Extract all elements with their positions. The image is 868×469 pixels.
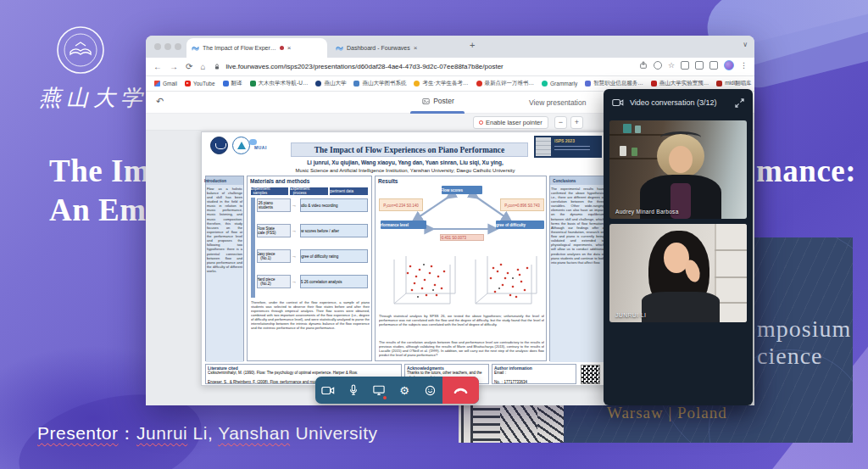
stat-box-left: P₁corr=0.234 S0.140 P₂corr=0.987 S0.001 (379, 198, 423, 211)
laser-pointer-icon (479, 120, 483, 125)
conclusions-text: The experimental results have confirmed … (551, 187, 604, 265)
isps-banner-title: ISPS 2023 (554, 138, 600, 143)
browser-tab-active[interactable]: The Impact of Flow Exper… × (186, 38, 327, 58)
bookmark-label: YouTube (193, 81, 215, 87)
chat-button[interactable] (417, 377, 442, 404)
screen: mposium cience Warsaw | Poland 燕山大学 The … (0, 0, 868, 469)
yanshan-university-logo (210, 137, 228, 154)
leave-call-button[interactable] (442, 377, 479, 404)
bookmark-item[interactable]: 大木虫学术导航-U… (250, 80, 309, 87)
share-icon[interactable] (639, 61, 648, 70)
introduction-title: Introduction (202, 178, 230, 182)
video-panel-header: Video conversation (3/12) (604, 89, 753, 116)
conclusions-title: Conclusions (543, 178, 585, 182)
section-introduction: Introduction Flow as a holistic balance … (205, 176, 244, 361)
flow-arrow-icon: → (292, 254, 297, 259)
participant-figure (642, 292, 720, 322)
stat-line: P₁corr=0.234 S0.140 (380, 203, 422, 209)
methods-box-label: Easy piece (No.1) (257, 252, 278, 260)
browser-tab[interactable]: Dashboard - Fourwaves × (331, 38, 463, 58)
poster[interactable]: MUAI The Impact of Flow Experiences on P… (201, 131, 609, 386)
poster-image-icon (422, 98, 430, 105)
microphone-icon (348, 384, 359, 396)
bookmark-favicon (716, 81, 722, 87)
tab-close-icon[interactable]: × (287, 44, 292, 52)
presenter-label: Presentor (37, 423, 119, 443)
url-text[interactable]: live.fourwaves.com/isps2023/presentation… (225, 63, 503, 70)
methods-box: Flow scores before / after (300, 224, 368, 237)
view-presentation-link[interactable]: View presentation (529, 98, 586, 107)
gear-icon: ⚙ (399, 385, 409, 396)
browser-menu-icon[interactable]: ⋮ (740, 61, 748, 70)
slide-title-line2: An Em (49, 192, 147, 228)
university-emblem (56, 25, 105, 75)
bookmark-label: 智慧职业信息服务… (593, 80, 643, 87)
window-close-button[interactable] (154, 43, 161, 50)
scene-book (632, 148, 637, 156)
screen-share-button[interactable] (366, 377, 392, 404)
slide-text-fragment: mposium (757, 315, 851, 343)
scene-shelf-line (715, 276, 747, 278)
slide-title-right-fragment: mance: (756, 153, 856, 189)
muai-logo: MUAI (254, 137, 275, 155)
camera-toggle-button[interactable] (315, 377, 341, 404)
author-phone: No.：17717733634 (494, 380, 574, 384)
section-results: Results Flow scores P₁corr=0.234 S0.140 … (375, 176, 547, 361)
poster-authors: Li junrui, Xu qiujian, Wang xiaoyu, Yang… (236, 159, 575, 165)
install-icon[interactable] (654, 61, 662, 70)
scene-shelf-line (715, 249, 747, 251)
back-icon[interactable]: ← (153, 62, 162, 71)
bookmark-item[interactable]: 最新点评一万维书… (476, 80, 535, 87)
chat-icon (425, 385, 436, 396)
bookmark-item[interactable]: Grammarly (542, 81, 577, 87)
lock-icon (214, 63, 220, 70)
qr-code (581, 365, 600, 384)
node-label: Flow scores (442, 187, 467, 192)
zoom-out-button[interactable]: − (554, 116, 567, 129)
bookmark-item[interactable]: Gmail (154, 81, 177, 87)
profile-avatar[interactable] (724, 60, 734, 70)
window-minimize-button[interactable] (164, 43, 171, 50)
bookmark-label: Grammarly (550, 81, 577, 87)
window-maximize-button[interactable] (175, 43, 181, 50)
bookmark-label: midi翻唱库 (725, 80, 751, 87)
expand-icon[interactable] (735, 98, 744, 108)
node-degree-of-difficulty: Degree of difficulty (496, 221, 544, 229)
bookmark-label: Gmail (163, 81, 177, 87)
participant-video-tile[interactable]: Audrey Minard Barbosa (609, 120, 747, 219)
sidebar-icon[interactable] (695, 61, 704, 70)
bookmark-item[interactable]: 智慧职业信息服务… (585, 80, 643, 87)
reading-list-icon[interactable] (681, 61, 689, 70)
microphone-toggle-button[interactable] (341, 377, 366, 404)
bookmark-item[interactable]: 考生·大学生备考… (414, 80, 468, 87)
section-conclusions: Conclusions The experimental results hav… (549, 176, 606, 361)
bookmark-item[interactable]: 燕山大学实验室预… (651, 80, 709, 87)
bookmark-item[interactable]: YouTube (185, 81, 215, 87)
scene-book (635, 126, 641, 133)
bookmark-item[interactable]: 燕山大学 (315, 80, 346, 87)
settings-button[interactable]: ⚙ (392, 377, 417, 404)
bookmark-item[interactable]: midi翻唱库 (716, 80, 751, 87)
zoom-in-button[interactable]: + (570, 116, 583, 129)
bookmark-star-icon[interactable]: ☆ (668, 61, 675, 70)
section-author-info: Author information Email： No.：1771773363… (492, 364, 576, 384)
home-icon[interactable]: ⌂ (200, 62, 205, 71)
tab-title: Dashboard - Fourwaves (347, 45, 410, 51)
tab-poster[interactable]: Poster (400, 97, 476, 105)
page-back-icon[interactable]: ↶ (156, 96, 164, 107)
extensions-icon[interactable] (709, 61, 718, 70)
enable-laser-pointer-button[interactable]: Enable laser pointer (473, 116, 548, 129)
bookmark-item[interactable]: 翻译 (223, 80, 242, 87)
bookmark-label: 燕山大学实验室预… (659, 80, 709, 87)
section-methods: Materials and methods Experiment samples… (247, 176, 372, 361)
university-name: 燕山大学 (39, 83, 147, 113)
participant-video-tile[interactable]: JUNRUI LI (609, 224, 747, 322)
methods-box: Degree of difficulty rating (300, 249, 368, 263)
forward-icon[interactable]: → (170, 62, 178, 71)
reload-icon[interactable]: ⟳ (186, 62, 192, 71)
bookmark-item[interactable]: 燕山大学图书系统 (353, 80, 406, 87)
tab-strip-chevron-icon[interactable]: ∨ (743, 41, 748, 48)
new-tab-button[interactable]: + (470, 40, 475, 50)
presenter-affiliation-first: Yanshan (218, 423, 290, 443)
tab-close-icon[interactable]: × (414, 44, 418, 52)
